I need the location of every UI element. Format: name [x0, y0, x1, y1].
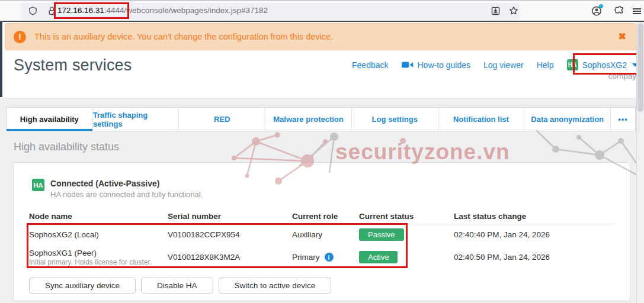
account-notification-dot [599, 4, 603, 8]
col-serial-number: Serial number [168, 212, 292, 221]
video-camera-icon [402, 61, 414, 69]
device-name: SophosXG2 [582, 60, 627, 70]
last-status-change: 02:40:40 PM, Jan 24, 2026 [454, 230, 615, 239]
account-hint-text: compay [608, 72, 636, 80]
device-menu[interactable]: HA SophosXG2 [567, 59, 639, 70]
serial-number: V0100182CCPX954 [168, 230, 292, 239]
col-current-role: Current role [292, 212, 359, 221]
ha-connection-status: HA Connected (Active-Passive) HA nodes a… [32, 179, 203, 199]
switch-to-active-device-button[interactable]: Switch to active device [219, 278, 332, 294]
tab-more-dots[interactable]: ••• [611, 108, 635, 131]
auxiliary-warning-banner: ! This is an auxiliary device. You can't… [5, 23, 636, 50]
sync-auxiliary-device-button[interactable]: Sync auxiliary device [29, 278, 136, 294]
tab-notification-list[interactable]: Notification list [438, 108, 525, 131]
col-current-status: Current status [359, 212, 454, 221]
tab-traffic-shaping-settings[interactable]: Traffic shaping settings [93, 108, 180, 131]
menu-hamburger-icon[interactable] [633, 5, 643, 16]
node-name: SophosXG2 (Local) [29, 230, 168, 239]
bookmark-star-icon[interactable] [508, 5, 519, 16]
node-name: SophosXG1 (Peer) [29, 249, 168, 257]
tab-malware-protection[interactable]: Malware protection [265, 108, 352, 131]
left-edge-strip [0, 22, 2, 97]
log-viewer-link[interactable]: Log viewer [483, 60, 524, 70]
url-text[interactable]: 172.16.16.31:4444/webconsole/webpages/in… [57, 6, 268, 15]
ha-status-subtitle: HA nodes are connected and fully functio… [50, 190, 203, 199]
scrollbar-thumb[interactable] [637, 23, 643, 112]
ha-nodes-table: Node name Serial number Current role Cur… [29, 209, 615, 269]
tab-red[interactable]: RED [179, 108, 265, 131]
help-link[interactable]: Help [537, 60, 554, 70]
feedback-link[interactable]: Feedback [352, 60, 388, 70]
ha-status-card: HA Connected (Active-Passive) HA nodes a… [14, 162, 630, 301]
table-row: SophosXG2 (Local) V0100182CCPX954 Auxili… [29, 224, 615, 245]
banner-close-icon[interactable]: ✖ [619, 31, 626, 42]
warning-text: This is an auxiliary device. You can't c… [34, 32, 333, 41]
ha-badge: HA [567, 59, 578, 70]
page-scrollbar[interactable] [636, 22, 644, 303]
account-icon[interactable] [591, 5, 602, 16]
section-heading: High availability status [14, 141, 119, 153]
tab-log-settings[interactable]: Log settings [352, 108, 438, 131]
extensions-puzzle-icon[interactable] [614, 5, 624, 16]
disable-ha-button[interactable]: Disable HA [141, 278, 213, 294]
browser-toolbar: 172.16.16.31:4444/webconsole/webpages/in… [0, 0, 644, 21]
page-title: System services [14, 56, 132, 75]
status-badge: Active [359, 251, 398, 263]
howto-guides-link[interactable]: How-to guides [402, 60, 471, 70]
current-role: Primary [292, 253, 320, 262]
action-buttons: Sync auxiliary device Disable HA Switch … [29, 278, 331, 294]
url-host: 172.16.16.31 [57, 6, 104, 15]
shield-icon[interactable] [27, 5, 38, 16]
tab-high-availability[interactable]: High availability [7, 108, 93, 131]
last-status-change: 02:40:50 PM, Jan 24, 2026 [454, 253, 615, 262]
lock-warning-icon[interactable] [46, 5, 57, 16]
url-path: :4444/webconsole/webpages/index.jsp#3718… [104, 6, 268, 15]
col-node-name: Node name [29, 212, 168, 221]
save-page-icon[interactable] [490, 5, 501, 16]
ha-status-title: Connected (Active-Passive) [50, 179, 203, 188]
ha-status-badge: HA [32, 179, 44, 191]
serial-number: V0100128X8K3M2A [168, 253, 292, 262]
col-last-status-change: Last status change [454, 212, 615, 221]
table-header-row: Node name Serial number Current role Cur… [29, 209, 615, 224]
info-icon[interactable]: i [325, 253, 334, 262]
status-badge: Passive [359, 228, 404, 241]
howto-guides-label: How-to guides [418, 60, 471, 70]
table-row: SophosXG1 (Peer) Initial primary. Holds … [29, 245, 615, 269]
header-links: Feedback How-to guides Log viewer Help H… [352, 59, 638, 70]
node-note: Initial primary. Holds license for clust… [29, 258, 168, 266]
tab-bar: High availability Traffic shaping settin… [6, 107, 636, 131]
warning-icon: ! [14, 31, 26, 43]
current-role: Auxiliary [292, 230, 359, 239]
tab-data-anonymization[interactable]: Data anonymization [524, 108, 611, 131]
